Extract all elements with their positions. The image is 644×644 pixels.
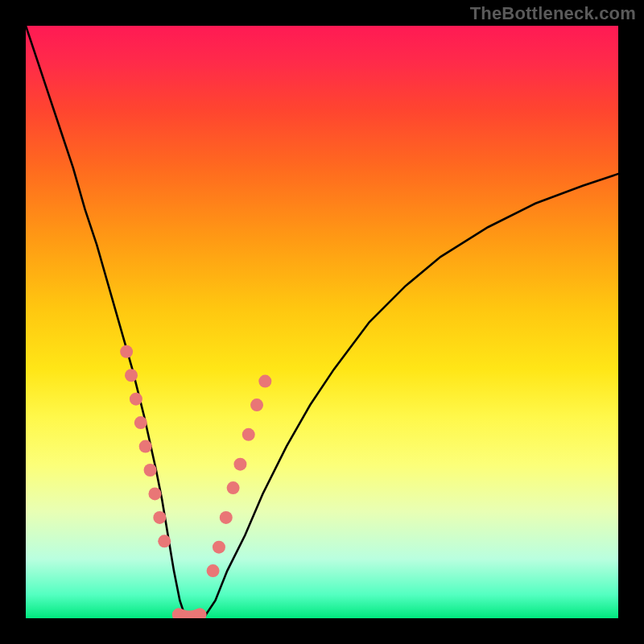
marker-dot [148,487,161,500]
marker-dot [139,440,152,453]
marker-dot [250,398,263,411]
marker-dot [134,416,147,429]
marker-dot [242,428,255,441]
marker-group [120,345,271,618]
marker-dot [158,535,171,547]
marker-dot [120,345,133,358]
curve-group [26,26,618,618]
marker-dot [220,511,233,524]
marker-dot [233,458,246,471]
chart-svg [26,26,618,618]
plot-area [26,26,618,618]
marker-dot [125,369,138,382]
marker-dot [227,481,240,494]
marker-dot [258,375,271,388]
chart-frame: TheBottleneck.com [0,0,644,644]
marker-dot [144,464,157,477]
marker-dot [153,511,166,524]
bottleneck-curve [26,26,618,618]
marker-dot [130,393,142,406]
marker-dot [207,564,220,577]
marker-dot [213,541,225,554]
watermark-text: TheBottleneck.com [470,3,636,24]
